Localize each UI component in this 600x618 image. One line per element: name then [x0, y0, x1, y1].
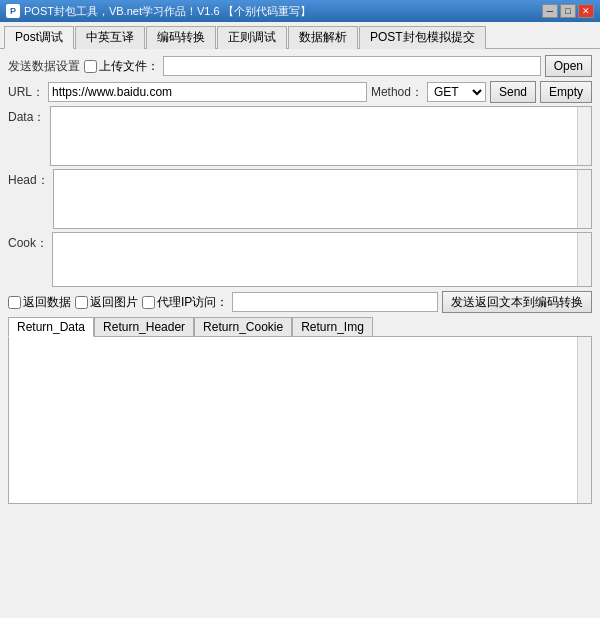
- window-controls: ─ □ ✕: [542, 4, 594, 18]
- return-data-checkbox[interactable]: [8, 296, 21, 309]
- close-button[interactable]: ✕: [578, 4, 594, 18]
- head-section: Head：: [8, 170, 592, 229]
- head-label: Head：: [8, 172, 49, 189]
- send-button[interactable]: Send: [490, 81, 536, 103]
- minimize-button[interactable]: ─: [542, 4, 558, 18]
- title-bar: P POST封包工具，VB.net学习作品！V1.6 【个别代码重写】 ─ □ …: [0, 0, 600, 22]
- head-textarea[interactable]: [54, 170, 577, 228]
- proxy-label: 代理IP访问：: [157, 294, 228, 311]
- url-label: URL：: [8, 84, 44, 101]
- cook-label: Cook：: [8, 235, 48, 252]
- url-input[interactable]: [48, 82, 367, 102]
- proxy-checkbox[interactable]: [142, 296, 155, 309]
- return-img-checkbox[interactable]: [75, 296, 88, 309]
- main-content: 发送数据设置 上传文件： Open URL： Method： GET POST …: [0, 49, 600, 617]
- menu-tab-bar: Post调试 中英互译 编码转换 正则调试 数据解析 POST封包模拟提交: [0, 22, 600, 49]
- return-img-label: 返回图片: [90, 294, 138, 311]
- head-scrollbar[interactable]: [577, 170, 591, 228]
- app-icon: P: [6, 4, 20, 18]
- data-textarea[interactable]: [51, 107, 577, 165]
- return-data-checkbox-label[interactable]: 返回数据: [8, 294, 71, 311]
- cook-scrollbar[interactable]: [577, 233, 591, 286]
- tab-post-submit[interactable]: POST封包模拟提交: [359, 26, 486, 49]
- return-content-textarea[interactable]: [9, 337, 577, 503]
- return-data-label: 返回数据: [23, 294, 71, 311]
- return-tab-bar: Return_Data Return_Header Return_Cookie …: [8, 317, 592, 337]
- tab-translation[interactable]: 中英互译: [75, 26, 145, 49]
- empty-button[interactable]: Empty: [540, 81, 592, 103]
- proxy-input[interactable]: [232, 292, 438, 312]
- tab-post-debug[interactable]: Post调试: [4, 26, 74, 49]
- upload-checkbox[interactable]: [84, 60, 97, 73]
- return-scrollbar[interactable]: [577, 337, 591, 503]
- upload-file-input[interactable]: [163, 56, 541, 76]
- url-row: URL： Method： GET POST Send Empty: [8, 81, 592, 103]
- return-options-row: 返回数据 返回图片 代理IP访问： 发送返回文本到编码转换: [8, 291, 592, 313]
- upload-checkbox-label[interactable]: 上传文件：: [84, 58, 159, 75]
- method-select[interactable]: GET POST: [427, 82, 486, 102]
- method-label: Method：: [371, 84, 423, 101]
- tab-regex[interactable]: 正则调试: [217, 26, 287, 49]
- send-settings-label: 发送数据设置: [8, 58, 80, 75]
- upload-label: 上传文件：: [99, 58, 159, 75]
- cook-section: Cook：: [8, 233, 592, 287]
- window-title: POST封包工具，VB.net学习作品！V1.6 【个别代码重写】: [24, 4, 311, 19]
- open-button[interactable]: Open: [545, 55, 592, 77]
- data-scrollbar[interactable]: [577, 107, 591, 165]
- send-settings-row: 发送数据设置 上传文件： Open: [8, 55, 592, 77]
- maximize-button[interactable]: □: [560, 4, 576, 18]
- data-label: Data：: [8, 109, 46, 126]
- proxy-checkbox-label[interactable]: 代理IP访问：: [142, 294, 228, 311]
- tab-data-parse[interactable]: 数据解析: [288, 26, 358, 49]
- return-img-checkbox-label[interactable]: 返回图片: [75, 294, 138, 311]
- tab-encoding[interactable]: 编码转换: [146, 26, 216, 49]
- tab-return-header[interactable]: Return_Header: [94, 317, 194, 337]
- data-section: Data：: [8, 107, 592, 166]
- cook-textarea[interactable]: [53, 233, 577, 286]
- convert-button[interactable]: 发送返回文本到编码转换: [442, 291, 592, 313]
- tab-return-data[interactable]: Return_Data: [8, 317, 94, 337]
- tab-return-cookie[interactable]: Return_Cookie: [194, 317, 292, 337]
- tab-return-img[interactable]: Return_Img: [292, 317, 373, 337]
